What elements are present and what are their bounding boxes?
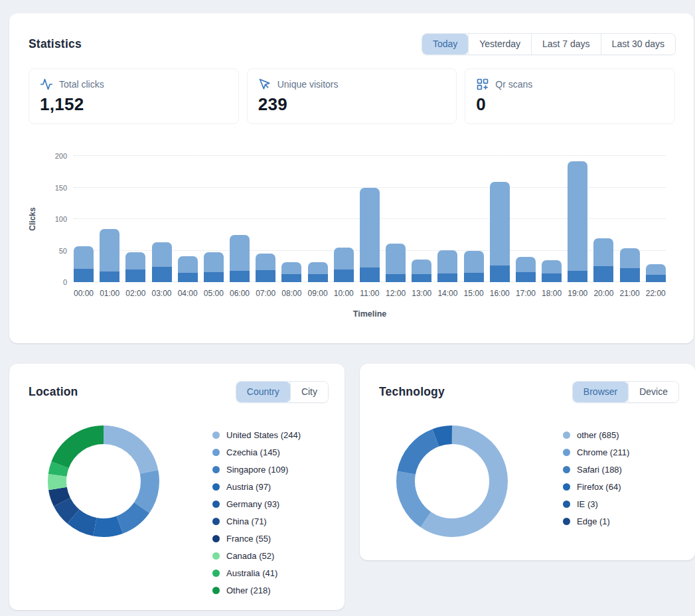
bar-segment-dark <box>437 273 457 282</box>
bar-06:00[interactable] <box>230 235 250 282</box>
legend-dot <box>212 431 220 439</box>
legend-item-united-states: United States (244) <box>212 426 301 443</box>
legend-label: Other (218) <box>226 585 270 595</box>
stat-value: 239 <box>258 94 446 115</box>
y-tick-label: 0 <box>43 278 67 286</box>
legend-dot <box>212 570 220 577</box>
x-tick-label: 06:00 <box>230 289 250 298</box>
bar-00:00[interactable] <box>74 246 94 282</box>
tab-last-7-days[interactable]: Last 7 days <box>531 34 601 54</box>
bar-segment-dark <box>542 273 562 282</box>
qr-scan-icon <box>476 78 489 91</box>
bar-02:00[interactable] <box>125 252 145 282</box>
stat-label: Qr scans <box>495 79 532 90</box>
tab-yesterday[interactable]: Yesterday <box>468 34 531 54</box>
location-donut-chart <box>48 425 159 537</box>
legend-item-other: Other (218) <box>212 581 301 599</box>
bar-12:00[interactable] <box>386 244 406 282</box>
bar-segment-light <box>490 182 510 266</box>
legend-label: Austria (97) <box>226 482 271 492</box>
bar-segment-dark <box>593 266 613 282</box>
bar-11:00[interactable] <box>360 188 380 282</box>
bar-segment-dark <box>490 266 510 282</box>
x-tick-label: 15:00 <box>464 289 484 298</box>
bar-22:00[interactable] <box>646 264 666 282</box>
bar-10:00[interactable] <box>334 248 354 282</box>
legend-item-austria: Austria (97) <box>212 478 301 495</box>
bar-segment-light <box>178 256 198 273</box>
x-tick-label: 00:00 <box>74 289 94 298</box>
bar-segment-dark <box>74 269 94 282</box>
bar-21:00[interactable] <box>620 248 640 282</box>
bar-16:00[interactable] <box>490 182 510 282</box>
bar-segment-light <box>360 188 380 268</box>
x-tick-label: 12:00 <box>386 289 406 298</box>
x-tick-label: 08:00 <box>281 289 301 298</box>
bar-07:00[interactable] <box>256 254 275 282</box>
y-tick-label: 100 <box>43 215 67 223</box>
clicks-bar-chart: Clicks 050100150200 00:0001:0002:0003:00… <box>74 156 666 282</box>
legend-item-germany: Germany (93) <box>212 495 301 512</box>
statistics-title: Statistics <box>29 37 82 51</box>
bar-segment-light <box>74 246 94 269</box>
bar-segment-dark <box>100 271 119 282</box>
location-title: Location <box>29 385 78 399</box>
tab-country[interactable]: Country <box>236 382 290 402</box>
tab-today[interactable]: Today <box>422 34 468 54</box>
x-tick-label: 14:00 <box>437 289 457 298</box>
legend-label: Edge (1) <box>577 516 610 526</box>
legend-label: other (685) <box>577 430 619 440</box>
bar-09:00[interactable] <box>308 262 328 282</box>
legend-dot <box>212 466 220 473</box>
bar-segment-light <box>620 248 640 268</box>
bar-segment-dark <box>568 271 587 282</box>
legend-label: Australia (41) <box>226 568 277 578</box>
bar-14:00[interactable] <box>437 250 457 282</box>
x-tick-label: 04:00 <box>178 289 198 298</box>
bar-18:00[interactable] <box>542 260 562 282</box>
x-tick-label: 18:00 <box>542 289 562 298</box>
legend-item-czechia: Czechia (145) <box>212 443 301 461</box>
legend-dot <box>563 483 570 491</box>
tab-device[interactable]: Device <box>628 382 678 402</box>
bar-05:00[interactable] <box>204 252 224 282</box>
bar-segment-light <box>646 264 666 274</box>
technology-card: Technology BrowserDevice other (685)Chro… <box>360 364 695 560</box>
bar-segment-dark <box>256 270 275 282</box>
location-header: Location CountryCity <box>9 364 345 403</box>
bar-segment-light <box>412 260 431 274</box>
legend-dot <box>212 587 220 594</box>
bar-segment-dark <box>308 274 328 282</box>
bar-15:00[interactable] <box>464 251 484 282</box>
technology-header: Technology BrowserDevice <box>360 364 695 403</box>
bar-08:00[interactable] <box>281 262 301 282</box>
bar-segment-dark <box>204 272 224 282</box>
legend-item-other: other (685) <box>563 426 629 443</box>
legend-label: Safari (188) <box>577 465 622 475</box>
bar-segment-light <box>464 251 484 272</box>
x-tick-label: 02:00 <box>125 289 145 298</box>
bar-19:00[interactable] <box>568 161 587 282</box>
tab-browser[interactable]: Browser <box>573 382 628 402</box>
tab-city[interactable]: City <box>290 382 328 402</box>
date-range-tabs: TodayYesterdayLast 7 daysLast 30 days <box>422 33 676 55</box>
bar-segment-dark <box>516 272 536 282</box>
bar-segment-dark <box>230 271 250 282</box>
stat-value: 1,152 <box>40 94 228 115</box>
bar-segment-dark <box>646 275 666 282</box>
bar-13:00[interactable] <box>412 260 431 282</box>
legend-item-ie: IE (3) <box>563 495 629 512</box>
bar-segment-dark <box>620 268 640 282</box>
y-tick-label: 50 <box>43 247 67 255</box>
bar-03:00[interactable] <box>152 242 172 282</box>
tab-last-30-days[interactable]: Last 30 days <box>601 34 675 54</box>
bar-17:00[interactable] <box>516 257 536 282</box>
location-tabs: CountryCity <box>236 381 329 403</box>
bar-segment-light <box>386 244 406 274</box>
bar-01:00[interactable] <box>100 229 119 282</box>
stat-label: Unique visitors <box>277 79 339 90</box>
bar-20:00[interactable] <box>593 238 613 283</box>
stat-value: 0 <box>476 94 664 115</box>
x-tick-label: 10:00 <box>334 289 354 298</box>
bar-04:00[interactable] <box>178 256 198 282</box>
